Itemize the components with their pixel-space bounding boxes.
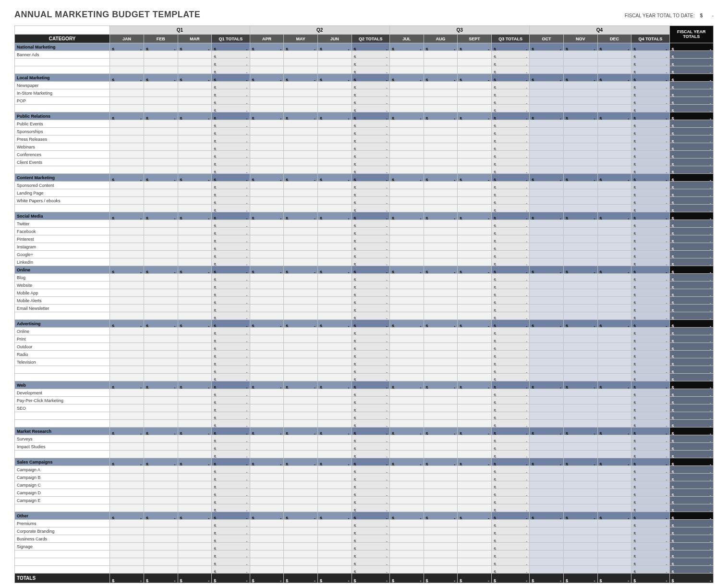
cell-dec[interactable]	[597, 89, 631, 97]
row-label[interactable]: Premiums	[15, 520, 110, 527]
cell-feb[interactable]	[144, 335, 178, 343]
row-label[interactable]: Print	[15, 335, 110, 343]
cell-nov[interactable]	[563, 189, 597, 197]
cell-feb[interactable]	[144, 312, 178, 320]
row-label[interactable]: Radio	[15, 351, 110, 358]
cell-may[interactable]	[284, 182, 318, 189]
cell-nov[interactable]	[563, 51, 597, 59]
cell-jul[interactable]	[389, 305, 424, 312]
cell-jan[interactable]	[110, 120, 144, 128]
cell-apr[interactable]	[250, 220, 284, 228]
cell-feb[interactable]	[144, 59, 178, 66]
cell-feb[interactable]	[144, 205, 178, 212]
cell-oct[interactable]	[530, 205, 564, 212]
cell-jul[interactable]	[389, 243, 424, 251]
cell-jun[interactable]	[317, 497, 352, 504]
cell-sept[interactable]	[458, 351, 492, 358]
row-label[interactable]: In-Store Marketing	[15, 89, 110, 97]
cell-oct[interactable]	[530, 97, 564, 105]
cell-dec[interactable]	[597, 205, 631, 212]
cell-mar[interactable]	[178, 404, 212, 412]
cell-may[interactable]	[284, 397, 318, 404]
cell-aug[interactable]	[424, 535, 458, 543]
cell-apr[interactable]	[250, 182, 284, 189]
cell-aug[interactable]	[424, 358, 458, 366]
cell-sept[interactable]	[458, 451, 492, 458]
cell-jun[interactable]	[317, 151, 352, 159]
cell-jan[interactable]	[110, 159, 144, 166]
row-label[interactable]: Campaign D	[15, 489, 110, 497]
cell-may[interactable]	[284, 504, 318, 512]
cell-jan[interactable]	[110, 305, 144, 312]
cell-apr[interactable]	[250, 566, 284, 574]
cell-aug[interactable]	[424, 404, 458, 412]
cell-may[interactable]	[284, 550, 318, 558]
cell-nov[interactable]	[563, 397, 597, 404]
cell-aug[interactable]	[424, 89, 458, 97]
cell-dec[interactable]	[597, 343, 631, 351]
cell-jan[interactable]	[110, 343, 144, 351]
cell-jul[interactable]	[389, 481, 424, 489]
cell-nov[interactable]	[563, 89, 597, 97]
cell-apr[interactable]	[250, 397, 284, 404]
cell-dec[interactable]	[597, 558, 631, 566]
cell-jun[interactable]	[317, 543, 352, 550]
cell-jan[interactable]	[110, 435, 144, 443]
cell-aug[interactable]	[424, 59, 458, 66]
cell-apr[interactable]	[250, 128, 284, 135]
cell-jan[interactable]	[110, 228, 144, 235]
cell-jan[interactable]	[110, 397, 144, 404]
cell-jun[interactable]	[317, 358, 352, 366]
cell-jul[interactable]	[389, 159, 424, 166]
row-label[interactable]	[15, 566, 110, 574]
cell-oct[interactable]	[530, 182, 564, 189]
cell-feb[interactable]	[144, 550, 178, 558]
cell-jan[interactable]	[110, 520, 144, 527]
cell-feb[interactable]	[144, 297, 178, 305]
cell-jun[interactable]	[317, 443, 352, 451]
cell-apr[interactable]	[250, 443, 284, 451]
cell-oct[interactable]	[530, 120, 564, 128]
cell-oct[interactable]	[530, 443, 564, 451]
cell-jan[interactable]	[110, 504, 144, 512]
cell-jun[interactable]	[317, 143, 352, 151]
cell-dec[interactable]	[597, 443, 631, 451]
row-label[interactable]: Twitter	[15, 220, 110, 228]
row-label[interactable]: Mobile Alerts	[15, 297, 110, 305]
cell-jun[interactable]	[317, 412, 352, 420]
cell-sept[interactable]	[458, 504, 492, 512]
cell-nov[interactable]	[563, 558, 597, 566]
cell-apr[interactable]	[250, 289, 284, 297]
cell-sept[interactable]	[458, 412, 492, 420]
cell-sept[interactable]	[458, 566, 492, 574]
cell-dec[interactable]	[597, 159, 631, 166]
cell-aug[interactable]	[424, 443, 458, 451]
cell-may[interactable]	[284, 412, 318, 420]
cell-jan[interactable]	[110, 251, 144, 258]
cell-jan[interactable]	[110, 412, 144, 420]
cell-sept[interactable]	[458, 305, 492, 312]
row-label[interactable]	[15, 420, 110, 428]
cell-jan[interactable]	[110, 443, 144, 451]
cell-nov[interactable]	[563, 205, 597, 212]
cell-oct[interactable]	[530, 189, 564, 197]
cell-nov[interactable]	[563, 305, 597, 312]
cell-aug[interactable]	[424, 412, 458, 420]
cell-apr[interactable]	[250, 66, 284, 74]
cell-apr[interactable]	[250, 59, 284, 66]
cell-aug[interactable]	[424, 135, 458, 143]
cell-oct[interactable]	[530, 543, 564, 550]
cell-mar[interactable]	[178, 97, 212, 105]
cell-sept[interactable]	[458, 258, 492, 266]
cell-may[interactable]	[284, 358, 318, 366]
cell-feb[interactable]	[144, 328, 178, 335]
cell-apr[interactable]	[250, 189, 284, 197]
cell-mar[interactable]	[178, 543, 212, 550]
cell-aug[interactable]	[424, 474, 458, 481]
cell-apr[interactable]	[250, 89, 284, 97]
cell-jul[interactable]	[389, 66, 424, 74]
cell-feb[interactable]	[144, 305, 178, 312]
cell-sept[interactable]	[458, 97, 492, 105]
cell-jan[interactable]	[110, 166, 144, 174]
cell-mar[interactable]	[178, 51, 212, 59]
